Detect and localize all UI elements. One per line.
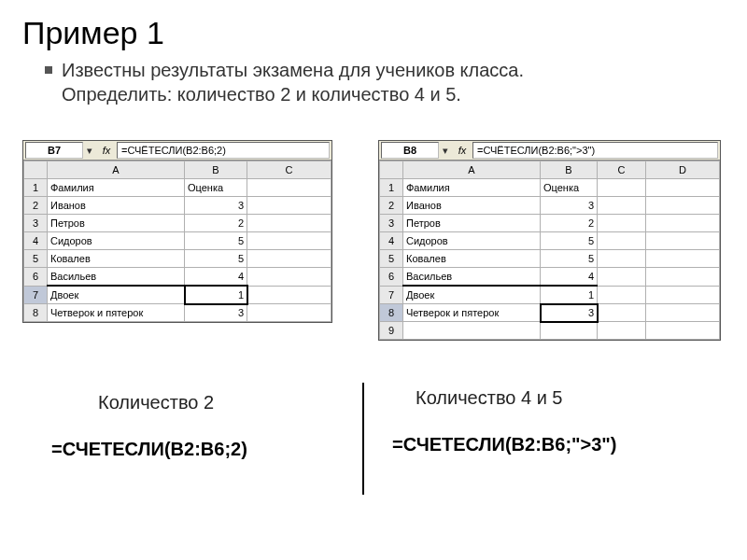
cell[interactable] <box>598 179 646 197</box>
col-header-c[interactable]: C <box>247 161 331 179</box>
cell[interactable] <box>646 197 720 215</box>
row-header[interactable]: 2 <box>380 197 403 215</box>
cell[interactable] <box>247 215 331 232</box>
cell[interactable]: 4 <box>185 268 247 287</box>
cell[interactable] <box>598 286 646 304</box>
cell[interactable] <box>247 250 331 268</box>
col-header-a[interactable]: A <box>403 161 541 179</box>
cell[interactable]: Сидоров <box>403 232 541 250</box>
row-header[interactable]: 7 <box>24 286 48 304</box>
col-header-c[interactable]: C <box>598 161 646 179</box>
fx-icon[interactable]: fx <box>96 145 117 156</box>
cell[interactable]: Васильев <box>403 268 541 287</box>
selected-cell[interactable]: 3 <box>541 304 598 322</box>
fx-icon[interactable]: fx <box>452 145 472 156</box>
cell[interactable] <box>646 215 720 232</box>
cell[interactable] <box>646 179 720 197</box>
cell[interactable]: 5 <box>185 250 247 268</box>
cell[interactable]: Иванов <box>48 197 185 215</box>
cell[interactable]: Четверок и пятерок <box>403 304 541 322</box>
cell[interactable] <box>598 232 646 250</box>
dropdown-icon[interactable]: ▾ <box>83 145 96 157</box>
cell[interactable]: Оценка <box>541 179 598 197</box>
cell[interactable]: Васильев <box>48 268 185 287</box>
name-box[interactable]: B8 <box>381 142 439 159</box>
cell[interactable] <box>247 268 331 287</box>
desc-line1: Известны результаты экзамена для ученико… <box>62 60 524 80</box>
grid-left[interactable]: A B C 1ФамилияОценка 2Иванов3 3Петров2 4… <box>23 161 331 322</box>
cell[interactable]: Двоек <box>48 286 185 304</box>
cell[interactable]: Петров <box>403 215 541 232</box>
row-header[interactable]: 6 <box>380 268 403 287</box>
grid-right[interactable]: A B C D 1ФамилияОценка 2Иванов3 3Петров2… <box>379 161 720 340</box>
cell[interactable]: Фамилия <box>403 179 541 197</box>
cell[interactable] <box>598 322 646 340</box>
cell[interactable] <box>598 197 646 215</box>
row-header[interactable]: 8 <box>380 304 403 322</box>
row-header[interactable]: 8 <box>24 304 48 322</box>
cell[interactable] <box>403 322 541 340</box>
cell[interactable] <box>646 304 720 322</box>
col-header-d[interactable]: D <box>646 161 720 179</box>
row-header[interactable]: 5 <box>380 250 403 268</box>
cell[interactable] <box>646 286 720 304</box>
cell[interactable]: Иванов <box>403 197 541 215</box>
cell[interactable] <box>541 322 598 340</box>
cell[interactable] <box>598 268 646 287</box>
corner-header[interactable] <box>380 161 403 179</box>
cell[interactable]: Двоек <box>403 286 541 304</box>
row-header[interactable]: 3 <box>24 215 48 232</box>
cell[interactable]: Фамилия <box>48 179 185 197</box>
row-header[interactable]: 5 <box>24 250 48 268</box>
cell[interactable]: Четверок и пятерок <box>48 304 185 322</box>
formula-input[interactable]: =СЧЁТЕСЛИ(B2:B6;">3") <box>472 142 718 159</box>
row-header[interactable]: 7 <box>380 286 403 304</box>
cell[interactable]: Петров <box>48 215 185 232</box>
cell[interactable] <box>598 250 646 268</box>
cell[interactable]: 1 <box>541 286 598 304</box>
cell[interactable]: 2 <box>185 215 247 232</box>
cell[interactable] <box>646 232 720 250</box>
row-header[interactable]: 2 <box>24 197 48 215</box>
cell[interactable]: Сидоров <box>48 232 185 250</box>
cell[interactable]: 2 <box>541 215 598 232</box>
name-box[interactable]: B7 <box>25 142 83 159</box>
cell[interactable]: 5 <box>185 232 247 250</box>
row-header[interactable]: 4 <box>24 232 48 250</box>
cell[interactable] <box>247 179 331 197</box>
cell[interactable] <box>247 304 331 322</box>
row-header[interactable]: 3 <box>380 215 403 232</box>
cell[interactable] <box>646 250 720 268</box>
cell[interactable] <box>646 322 720 340</box>
cell[interactable] <box>247 232 331 250</box>
col-header-b[interactable]: B <box>185 161 247 179</box>
cell[interactable] <box>247 286 331 304</box>
cell[interactable] <box>598 304 646 322</box>
cell[interactable]: 4 <box>541 268 598 287</box>
col-header-a[interactable]: A <box>48 161 185 179</box>
cell[interactable]: 3 <box>185 304 247 322</box>
row-header[interactable]: 9 <box>380 322 403 340</box>
cell[interactable] <box>247 197 331 215</box>
cell[interactable] <box>598 215 646 232</box>
dropdown-icon[interactable]: ▾ <box>439 145 452 157</box>
cell[interactable]: 5 <box>541 250 598 268</box>
col-header-b[interactable]: B <box>541 161 598 179</box>
cell[interactable]: Ковалев <box>48 250 185 268</box>
caption-right: Количество 4 и 5 <box>416 387 563 409</box>
row-header[interactable]: 6 <box>24 268 48 287</box>
formula-input[interactable]: =СЧЁТЕСЛИ(B2:B6;2) <box>117 142 330 159</box>
row-header[interactable]: 1 <box>24 179 48 197</box>
bullet-icon <box>45 66 52 74</box>
corner-header[interactable] <box>24 161 48 179</box>
formula-bar: B7 ▾ fx =СЧЁТЕСЛИ(B2:B6;2) <box>23 141 331 161</box>
row-header[interactable]: 4 <box>380 232 403 250</box>
selected-cell[interactable]: 1 <box>185 286 247 304</box>
cell[interactable]: 5 <box>541 232 598 250</box>
cell[interactable] <box>646 268 720 287</box>
cell[interactable]: 3 <box>541 197 598 215</box>
row-header[interactable]: 1 <box>380 179 403 197</box>
cell[interactable]: Ковалев <box>403 250 541 268</box>
cell[interactable]: 3 <box>185 197 247 215</box>
cell[interactable]: Оценка <box>185 179 247 197</box>
